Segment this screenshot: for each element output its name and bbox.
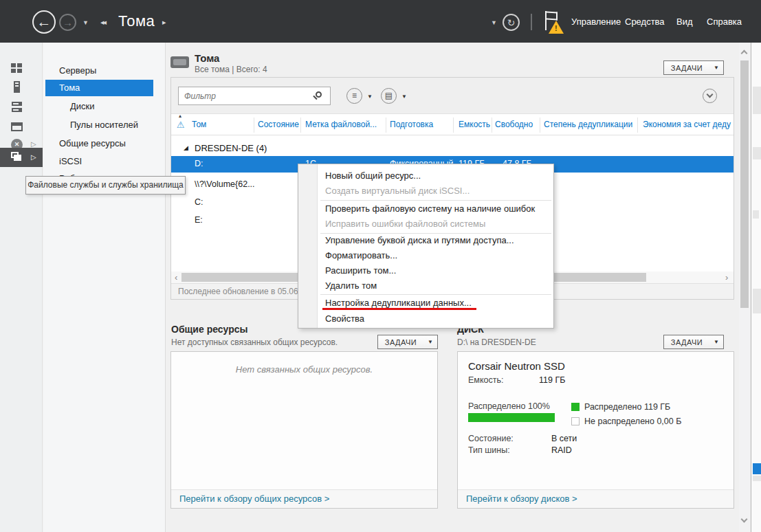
annotation-red-underline: [322, 308, 476, 310]
col-volume[interactable]: Том: [192, 120, 206, 129]
disk-name: Corsair Neutron SSD: [468, 360, 565, 372]
save-query-button[interactable]: ▤: [381, 88, 397, 104]
shares-panel: Нет связанных общих ресурсов. Перейти к …: [170, 351, 438, 509]
disk-panel: Corsair Neutron SSD Емкость: 119 ГБ Расп…: [457, 351, 734, 509]
menu-item-extend-volume[interactable]: Расширить том...: [325, 263, 396, 278]
disk-panel-subtitle: D:\ на DRESDEN-DE: [457, 337, 536, 347]
volumes-subtitle: Все тома | Всего: 4: [195, 65, 267, 74]
menu-item-delete-volume[interactable]: Удалить том: [325, 278, 377, 293]
nav-item-iscsi[interactable]: iSCSI: [45, 153, 153, 170]
volume-icon: [170, 56, 189, 68]
alert-column-icon[interactable]: ⚠: [177, 120, 185, 130]
expand-arrow-icon[interactable]: ▷: [31, 153, 36, 161]
list-icon: ≡: [352, 91, 357, 100]
col-status[interactable]: Состояние: [258, 120, 299, 129]
menu-item-new-share[interactable]: Новый общий ресурс...: [325, 168, 421, 184]
pane-splitter[interactable]: [165, 43, 166, 532]
menu-view[interactable]: Вид: [676, 16, 693, 27]
nav-item-disks[interactable]: Диски: [45, 98, 153, 115]
history-dropdown-caret[interactable]: ▼: [82, 19, 89, 26]
dashboard-icon: [11, 63, 16, 67]
sidebar-icon-all-servers[interactable]: [0, 98, 43, 117]
menu-item-repair-filesystem: Исправить ошибки файловой системы: [325, 217, 485, 232]
back-arrow-icon: ←: [37, 14, 52, 30]
disks-overview-link[interactable]: Перейти к обзору дисков >: [458, 489, 734, 508]
list-view-button[interactable]: ≡: [346, 88, 362, 104]
menu-item-format[interactable]: Форматировать...: [325, 248, 397, 263]
breadcrumb-next-icon: ▸: [162, 18, 166, 27]
menu-tools[interactable]: Средства: [625, 16, 665, 27]
col-provisioning[interactable]: Подготовка: [390, 120, 433, 129]
server-dropdown-caret[interactable]: ▼: [491, 19, 497, 26]
window-icon: [11, 122, 23, 131]
server-manager-window: ← → ▼ ◂◂ Тома ▸ ▼ ↻ ! Управление Средств…: [0, 0, 761, 532]
left-icon-strip: ✕ ▷ ▷: [0, 43, 43, 532]
scroll-left-icon[interactable]: ‹: [175, 272, 177, 282]
menu-item-drive-letter[interactable]: Управление буквой диска и путями доступа…: [325, 233, 514, 248]
sidebar-icon-file-services[interactable]: ▷: [0, 148, 43, 167]
col-capacity[interactable]: Емкость: [459, 120, 490, 129]
shares-panel-title: Общие ресурсы: [171, 324, 247, 335]
menu-help[interactable]: Справка: [707, 16, 742, 27]
server-group-row[interactable]: ◢ DRESDEN-DE (4): [171, 141, 734, 157]
capacity-label: Емкость:: [468, 375, 503, 385]
sidebar-icon-local-server[interactable]: [0, 78, 43, 97]
sidebar-icon-dashboard[interactable]: [0, 59, 43, 78]
scroll-up-icon[interactable]: [741, 50, 748, 57]
sidebar-icon-window[interactable]: [0, 118, 43, 137]
col-dedup-rate[interactable]: Степень дедупликации: [544, 120, 632, 129]
filter-input[interactable]: [178, 87, 331, 105]
refresh-icon: ↻: [507, 17, 516, 28]
list-view-caret[interactable]: ▼: [367, 93, 373, 100]
forward-arrow-icon: →: [63, 16, 73, 28]
notifications-flag-button[interactable]: !: [545, 11, 563, 32]
shares-tasks-button[interactable]: ЗАДАЧИ ▼: [377, 335, 438, 349]
shares-overview-link[interactable]: Перейти к обзору общих ресурсов >: [171, 489, 437, 508]
capacity-value: 119 ГБ: [539, 375, 565, 385]
collapse-tile-button[interactable]: [703, 89, 717, 103]
nav-item-volumes[interactable]: Тома: [45, 80, 153, 96]
col-free[interactable]: Свободно: [495, 120, 533, 129]
scroll-right-icon[interactable]: ›: [725, 272, 728, 282]
col-fs-label[interactable]: Метка файловой...: [305, 120, 377, 129]
table-header: ▴ ⚠ Том Состояние Метка файловой... Подг…: [171, 115, 734, 135]
disk-tasks-button[interactable]: ЗАДАЧИ ▼: [663, 335, 724, 349]
expand-arrow-icon[interactable]: ▷: [31, 140, 36, 148]
context-menu-gutter: [298, 164, 318, 328]
caret-down-icon: ▼: [709, 65, 723, 71]
save-query-caret[interactable]: ▼: [401, 93, 407, 100]
cell-volume: \\?\Volume{62...: [195, 179, 255, 189]
forward-button[interactable]: →: [59, 14, 76, 31]
search-icon: [316, 91, 322, 98]
caret-down-icon: ▼: [709, 339, 723, 345]
menu-item-new-iscsi-disk: Создать виртуальный диск iSCSI...: [325, 184, 470, 199]
nav-item-storage-pools[interactable]: Пулы носителей: [45, 117, 153, 133]
title-bar: ← → ▼ ◂◂ Тома ▸ ▼ ↻ ! Управление Средств…: [0, 0, 761, 43]
volumes-tasks-button[interactable]: ЗАДАЧИ ▼: [663, 60, 724, 75]
menu-item-properties[interactable]: Свойства: [325, 311, 364, 326]
bus-type-label: Тип шины:: [468, 445, 510, 455]
menu-manage[interactable]: Управление: [571, 16, 621, 27]
cell-volume: C:: [195, 197, 203, 207]
col-dedup-savings[interactable]: Экономия за счет деду: [643, 120, 731, 129]
refresh-button[interactable]: ↻: [503, 14, 520, 31]
breadcrumb: Тома: [118, 12, 155, 30]
menu-item-check-filesystem[interactable]: Проверить файловую систему на наличие ош…: [325, 201, 535, 217]
back-button[interactable]: ←: [32, 10, 56, 34]
local-server-icon: [14, 81, 20, 93]
bus-type-value: RAID: [551, 445, 572, 455]
scrollbar-thumb[interactable]: [740, 60, 749, 308]
vertical-scrollbar[interactable]: [739, 43, 750, 532]
legend-allocated-label: Распределено 119 ГБ: [584, 402, 670, 412]
folders-icon: [11, 152, 19, 158]
status-label: Состояние:: [468, 434, 514, 443]
nav-item-servers[interactable]: Серверы: [45, 63, 153, 79]
warning-badge-icon: !: [549, 21, 564, 34]
scroll-down-icon[interactable]: [741, 516, 748, 523]
allocated-label: Распределено 100%: [468, 401, 550, 411]
expander-open-icon[interactable]: ◢: [184, 144, 188, 151]
group-label: DRESDEN-DE (4): [195, 143, 267, 153]
sort-asc-icon: ▴: [179, 113, 181, 119]
allocation-progress-fill: [468, 413, 555, 422]
nav-item-shares[interactable]: Общие ресурсы: [45, 135, 153, 152]
